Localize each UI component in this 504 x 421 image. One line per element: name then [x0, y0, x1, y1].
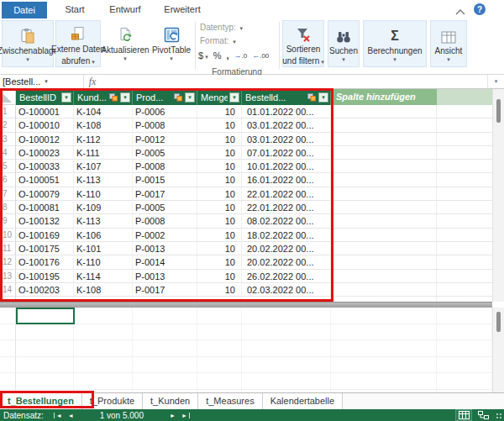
- cell-bestelldatum[interactable]: 22.01.2022 00...: [242, 187, 331, 201]
- sheet-tab-t_kunden[interactable]: t_Kunden: [143, 393, 198, 409]
- row-number[interactable]: 12: [0, 255, 16, 269]
- cell-bestellid[interactable]: O-100079: [16, 187, 74, 201]
- cell-menge[interactable]: 10: [197, 173, 242, 187]
- cell-filler[interactable]: [437, 242, 492, 255]
- cell-menge[interactable]: 10: [197, 229, 242, 242]
- row-number[interactable]: 9: [0, 214, 16, 228]
- cell-kunde[interactable]: K-114: [74, 270, 133, 283]
- cell-produkt[interactable]: P-0014: [133, 255, 197, 269]
- cell-bestellid[interactable]: O-100081: [16, 201, 74, 214]
- measure-grid-cell[interactable]: [16, 357, 74, 374]
- measure-grid-cell[interactable]: [197, 324, 242, 341]
- currency-format-button[interactable]: $▾: [198, 50, 208, 61]
- ansicht-button[interactable]: Ansicht ▾: [430, 20, 467, 67]
- cell-kunde[interactable]: K-106: [74, 229, 133, 242]
- cell-add-column[interactable]: [331, 133, 437, 146]
- cell-bestelldatum[interactable]: 03.01.2022 00...: [242, 118, 331, 132]
- cell-filler[interactable]: [437, 105, 492, 118]
- cell-kunde[interactable]: K-109: [74, 201, 133, 214]
- data-view-icon[interactable]: [456, 410, 471, 420]
- measure-grid-cell[interactable]: [0, 324, 16, 341]
- cell-kunde[interactable]: K-108: [74, 118, 133, 132]
- cell-menge[interactable]: 10: [197, 214, 242, 228]
- measure-grid-cell[interactable]: [242, 308, 331, 324]
- cell-produkt[interactable]: P-0012: [133, 133, 197, 146]
- cell-bestelldatum[interactable]: 02.03.2022 00...: [242, 283, 331, 297]
- cell-add-column[interactable]: [331, 242, 437, 255]
- decrease-decimal-button[interactable]: ←.00: [252, 51, 269, 60]
- measure-grid-cell[interactable]: [133, 324, 197, 341]
- tab-datei[interactable]: Datei: [2, 2, 47, 18]
- cell-kunde[interactable]: K-104: [74, 105, 133, 118]
- measure-grid-cell[interactable]: [74, 340, 133, 357]
- measure-grid-cell[interactable]: [0, 340, 16, 357]
- tab-start[interactable]: Start: [54, 0, 96, 18]
- cell-filler[interactable]: [437, 146, 492, 160]
- aktualisieren-button[interactable]: Aktualisieren ▾: [102, 20, 148, 67]
- cell-filler[interactable]: [437, 133, 492, 146]
- sheet-tab-t_bestellungen[interactable]: t_Bestellungen: [0, 393, 82, 409]
- formula-bar-expand-icon[interactable]: ▾: [487, 75, 504, 88]
- measure-grid-cell[interactable]: [16, 324, 74, 341]
- row-number[interactable]: 11: [0, 242, 16, 255]
- measure-grid-cell[interactable]: [197, 340, 242, 357]
- cell-produkt[interactable]: P-0015: [133, 173, 197, 187]
- cell-menge[interactable]: 10: [197, 160, 242, 173]
- cell-bestellid[interactable]: O-100010: [16, 118, 74, 132]
- measure-grid-cell[interactable]: [242, 373, 331, 390]
- last-record-icon[interactable]: ►: [181, 413, 190, 418]
- cell-bestellid[interactable]: O-100023: [16, 146, 74, 160]
- measure-grid-scrollbar-thumb[interactable]: [496, 312, 501, 332]
- measure-grid-cell[interactable]: [133, 357, 197, 374]
- vertical-scrollbar-thumb[interactable]: [496, 99, 501, 123]
- tab-erweitert[interactable]: Erweitert: [155, 0, 210, 18]
- row-number[interactable]: 2: [0, 118, 16, 132]
- cell-filler[interactable]: [437, 270, 492, 283]
- cell-produkt[interactable]: P-0006: [133, 105, 197, 118]
- cell-filler[interactable]: [437, 283, 492, 297]
- cell-bestellid[interactable]: O-100195: [16, 270, 74, 283]
- cell-bestelldatum[interactable]: 26.02.2022 00...: [242, 270, 331, 283]
- column-header-prod[interactable]: Prod...▾: [133, 89, 197, 105]
- column-filter-icon[interactable]: ▾: [120, 92, 130, 103]
- cell-bestelldatum[interactable]: 20.02.2022 00...: [242, 255, 331, 269]
- measure-grid-cell[interactable]: [197, 308, 242, 324]
- cell-bestelldatum[interactable]: 03.01.2022 00...: [242, 133, 331, 146]
- cell-bestelldatum[interactable]: 18.02.2022 00...: [242, 229, 331, 242]
- measure-grid-cell[interactable]: [0, 357, 16, 374]
- collapse-ribbon-icon[interactable]: [455, 7, 465, 13]
- cell-produkt[interactable]: P-0013: [133, 242, 197, 255]
- cell-kunde[interactable]: K-113: [74, 173, 133, 187]
- cell-bestellid[interactable]: O-100132: [16, 214, 74, 228]
- cell-produkt[interactable]: P-0008: [133, 160, 197, 173]
- cell-produkt[interactable]: P-0013: [133, 270, 197, 283]
- cell-kunde[interactable]: K-101: [74, 242, 133, 255]
- percent-format-button[interactable]: %: [213, 50, 222, 61]
- measure-grid-cell[interactable]: [437, 357, 492, 374]
- measure-grid-cell[interactable]: [331, 340, 437, 357]
- measure-grid-cell[interactable]: [197, 357, 242, 374]
- measure-grid-cell[interactable]: [437, 324, 492, 341]
- add-column-header[interactable]: Spalte hinzufügen: [331, 89, 437, 105]
- cell-menge[interactable]: 10: [197, 201, 242, 214]
- cell-menge[interactable]: 10: [197, 270, 242, 283]
- cell-bestellid[interactable]: O-100169: [16, 229, 74, 242]
- help-icon[interactable]: ?: [474, 3, 486, 15]
- cell-menge[interactable]: 10: [197, 242, 242, 255]
- cell-filler[interactable]: [437, 160, 492, 173]
- row-number[interactable]: 6: [0, 173, 16, 187]
- cell-kunde[interactable]: K-113: [74, 214, 133, 228]
- pivottable-button[interactable]: PivotTable ▾: [150, 20, 193, 67]
- cell-bestelldatum[interactable]: 22.01.2022 00...: [242, 201, 331, 214]
- cell-add-column[interactable]: [331, 105, 437, 118]
- measure-grid-cell[interactable]: [74, 373, 133, 390]
- cell-menge[interactable]: 10: [197, 255, 242, 269]
- cell-add-column[interactable]: [331, 201, 437, 214]
- datentyp-dropdown[interactable]: Datentyp: ▾: [200, 23, 277, 32]
- column-header-kund[interactable]: Kund...▾: [74, 89, 133, 105]
- row-number[interactable]: 14: [0, 283, 16, 297]
- cell-bestellid[interactable]: O-100176: [16, 255, 74, 269]
- cell-bestelldatum[interactable]: 20.02.2022 00...: [242, 242, 331, 255]
- measure-grid-cell[interactable]: [133, 340, 197, 357]
- measure-grid-cell[interactable]: [331, 308, 437, 324]
